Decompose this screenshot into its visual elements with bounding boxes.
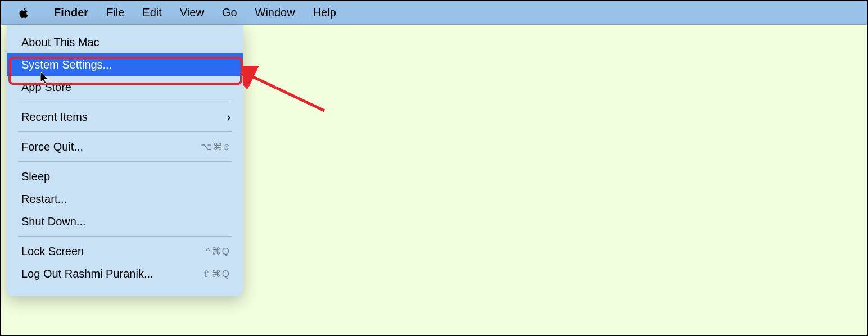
keyboard-shortcut: ⌥⌘⎋	[201, 141, 230, 153]
menu-about-this-mac[interactable]: About This Mac	[7, 31, 243, 53]
menu-item-label: App Store	[21, 81, 71, 94]
apple-menu-dropdown: About This Mac System Settings... App St…	[7, 25, 243, 296]
menu-item-label: About This Mac	[21, 36, 100, 49]
menu-shutdown[interactable]: Shut Down...	[7, 210, 243, 233]
menu-separator	[18, 161, 232, 162]
menu-recent-items[interactable]: Recent Items ›	[7, 106, 243, 128]
menu-logout[interactable]: Log Out Rashmi Puranik... ⇧⌘Q	[7, 262, 243, 285]
menu-app-store[interactable]: App Store	[7, 76, 243, 98]
menu-item-label: Shut Down...	[21, 215, 86, 228]
menu-restart[interactable]: Restart...	[7, 188, 243, 210]
menu-help[interactable]: Help	[304, 1, 345, 25]
menu-item-label: Restart...	[21, 193, 67, 206]
menu-item-label: Lock Screen	[21, 245, 84, 258]
svg-line-1	[248, 75, 324, 111]
menu-separator	[18, 131, 232, 132]
chevron-right-icon: ›	[227, 111, 230, 123]
menu-go[interactable]: Go	[213, 1, 246, 25]
apple-menu-icon[interactable]	[17, 6, 30, 20]
menu-separator	[18, 236, 232, 237]
menu-item-label: Force Quit...	[21, 140, 83, 153]
menu-item-label: Sleep	[21, 170, 50, 183]
menu-window[interactable]: Window	[246, 1, 304, 25]
menubar: Finder File Edit View Go Window Help	[1, 1, 867, 25]
annotation-arrow	[243, 66, 333, 124]
menu-item-label: Log Out Rashmi Puranik...	[21, 267, 153, 280]
menu-finder[interactable]: Finder	[45, 1, 97, 25]
menu-sleep[interactable]: Sleep	[7, 165, 243, 188]
menu-item-label: System Settings...	[21, 58, 112, 71]
menu-file[interactable]: File	[97, 1, 133, 25]
menu-force-quit[interactable]: Force Quit... ⌥⌘⎋	[7, 135, 243, 158]
menu-edit[interactable]: Edit	[133, 1, 170, 25]
menu-view[interactable]: View	[171, 1, 213, 25]
menu-system-settings[interactable]: System Settings...	[7, 53, 243, 76]
menu-lock-screen[interactable]: Lock Screen ^⌘Q	[7, 240, 243, 262]
keyboard-shortcut: ^⌘Q	[206, 246, 230, 257]
menu-item-label: Recent Items	[21, 111, 88, 124]
menu-separator	[18, 102, 232, 102]
keyboard-shortcut: ⇧⌘Q	[202, 268, 230, 280]
